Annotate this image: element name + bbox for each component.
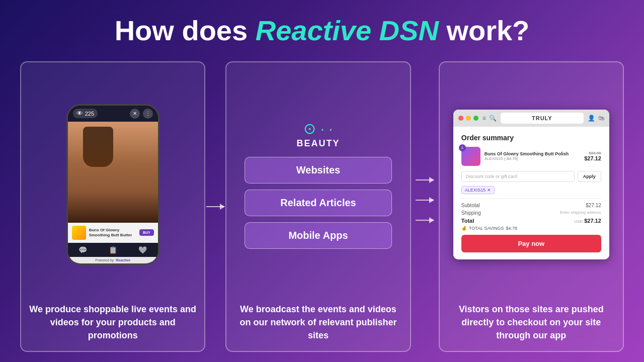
coupon-tag-row: ALEXIS15 ✕ [461,186,601,194]
browser-chrome: ≡ 🔍 TRULY 👤 🛍 [453,110,609,127]
product-name: Buns Of Glowry Smoothing Butt Butter [89,228,136,237]
arrow-line-2c [416,220,434,221]
product-info: Buns Of Glowry Smoothing Butt Butter [89,228,136,237]
pay-now-button[interactable]: Pay now [461,235,601,252]
phone-bottom-bar: 💬 📋 🤍 [68,243,158,257]
card-2: ⊙ · · BEAUTY Websites Related Articles M… [225,61,411,352]
eye-icon: 👁 [76,110,83,117]
phone-powered-by: Powered by Reactive [68,257,158,263]
card-3-caption: Vistors on those sites are pushed direct… [440,303,623,342]
item-name: Buns Of Glowry Smoothing Butt Polish [485,151,580,156]
more-btn[interactable]: ⋮ [143,109,153,119]
total-currency: USD [574,219,583,224]
title-prefix: How does [115,15,256,46]
phone-product-bar: Buns Of Glowry Smoothing Butt Butter BUY [68,223,158,243]
shipping-label: Shipping [461,210,481,216]
network-header: ⊙ · · BEAUTY [245,120,391,149]
hamburger-icon: ≡ [482,115,486,122]
traffic-lights [458,116,478,121]
total-row: Total USD $27.12 [461,218,601,224]
card-1-visual: 👁 225 ✕ ⋮ Buns Of Glowry Smoothing Butt … [21,62,204,303]
phone-status-bar: 👁 225 ✕ ⋮ [68,106,158,122]
cards-row: 👁 225 ✕ ⋮ Buns Of Glowry Smoothing Butt … [20,61,624,352]
subtotal-label: Subtotal [461,203,480,208]
summary-rows: Subtotal $27.12 Shipping Enter shipping … [461,198,601,224]
discount-row: Discount code or gift card Apply [461,171,601,182]
browser-address: TRULY [501,113,584,124]
original-price: $31.90 [584,151,601,155]
card-3-visual: ≡ 🔍 TRULY 👤 🛍 Order summary 1 [440,62,623,303]
network-item-apps: Mobile Apps [245,222,391,249]
arrow-line-2a [416,179,434,180]
item-details: Buns Of Glowry Smoothing Butt Polish ALE… [485,151,580,161]
item-thumb-wrap: 1 [461,147,480,166]
total-amount: USD $27.12 [574,218,601,224]
arrows-right [411,61,439,352]
heart-icon: 🤍 [138,246,147,254]
apply-button[interactable]: Apply [578,171,601,182]
network-item-websites: Websites [245,157,391,184]
signal-icon: ⊙ · · [303,120,333,137]
powered-by-text: Powered by [95,258,114,262]
shipping-row: Shipping Enter shipping address [461,210,601,216]
reactive-brand: Reactive [116,258,130,262]
tl-yellow [466,116,471,121]
websites-label: Websites [296,164,340,175]
network-box: ⊙ · · BEAUTY Websites Related Articles M… [234,115,401,254]
product-thumbnail [72,226,86,240]
shipping-value: Enter shipping address [560,210,601,216]
browser-content: Order summary 1 Buns Of Glowry Smoothing… [453,127,609,259]
coupon-code: ALEXIS15 [465,188,486,193]
card-2-caption: We broadcast the events and videos on ou… [226,303,410,342]
video-person [68,122,158,223]
remove-icon[interactable]: ✕ [487,188,491,193]
arrow-1 [205,61,225,352]
card-3: ≡ 🔍 TRULY 👤 🛍 Order summary 1 [439,61,624,352]
card-1: 👁 225 ✕ ⋮ Buns Of Glowry Smoothing Butt … [20,61,205,352]
page-title: How does Reactive DSN work? [115,15,530,46]
comment-icon: 💬 [78,246,87,254]
phone-mockup: 👁 225 ✕ ⋮ Buns Of Glowry Smoothing Butt … [66,104,159,265]
coupon-tag: ALEXIS15 ✕ [461,186,495,194]
tl-green [473,116,478,121]
card-1-caption: We produce shoppable live events and vid… [21,303,204,342]
subtotal-row: Subtotal $27.12 [461,203,601,208]
apps-label: Mobile Apps [288,230,348,241]
browser-mockup: ≡ 🔍 TRULY 👤 🛍 Order summary 1 [453,110,609,259]
savings-row: 💰 TOTAL SAVINGS $4.78 [461,226,601,231]
phone-controls: ✕ ⋮ [130,109,153,119]
phone-video [68,122,158,223]
browser-actions: 👤 🛍 [588,115,604,122]
cart-icon: 🛍 [598,115,604,122]
title-suffix: work? [439,15,529,46]
phone-views: 👁 225 [73,109,98,118]
order-summary-title: Order summary [461,134,601,142]
arrow-line-1 [206,206,224,207]
qty-badge: 1 [459,144,466,151]
current-price: $27.12 [584,155,601,161]
order-item: 1 Buns Of Glowry Smoothing Butt Polish A… [461,147,601,166]
savings-value: $4.78 [506,226,518,231]
tl-red [458,116,463,121]
total-value: $27.12 [584,218,601,224]
articles-label: Related Articles [280,197,356,208]
view-count: 225 [85,111,94,117]
search-icon: 🔍 [489,115,497,122]
arrow-line-2b [416,200,434,201]
close-btn[interactable]: ✕ [130,109,140,119]
item-prices: $31.90 $27.12 [584,151,601,161]
savings-label: TOTAL SAVINGS [469,226,504,231]
buy-button[interactable]: BUY [139,229,154,236]
subtotal-value: $27.12 [586,203,601,208]
list-icon: 📋 [109,246,117,254]
network-item-articles: Related Articles [245,190,391,216]
user-icon: 👤 [588,115,595,122]
item-sku: ALEXIS15 (-$4.78) [485,156,580,161]
discount-input[interactable]: Discount code or gift card [461,171,575,182]
beauty-label: BEAUTY [296,138,340,149]
card-2-visual: ⊙ · · BEAUTY Websites Related Articles M… [226,62,410,303]
total-label: Total [461,218,474,224]
title-brand: Reactive DSN [256,15,439,46]
browser-controls: ≡ 🔍 [482,115,497,122]
